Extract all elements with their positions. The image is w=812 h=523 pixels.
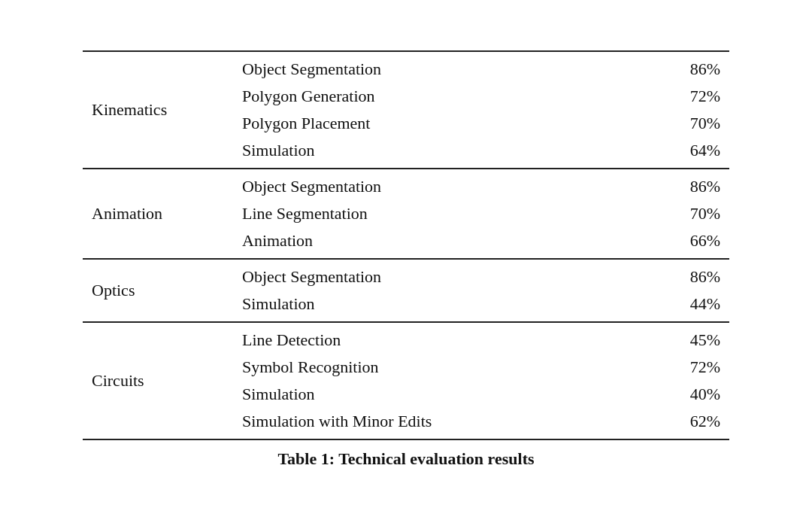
- task-cell: Animation: [233, 227, 609, 259]
- results-table: KinematicsObject Segmentation86%Polygon …: [83, 50, 729, 473]
- value-cell: 45%: [609, 322, 729, 354]
- task-cell: Polygon Placement: [233, 110, 609, 137]
- task-cell: Object Segmentation: [233, 51, 609, 83]
- value-cell: 40%: [609, 381, 729, 408]
- value-cell: 72%: [609, 354, 729, 381]
- task-cell: Simulation: [233, 381, 609, 408]
- task-cell: Line Segmentation: [233, 200, 609, 227]
- value-cell: 86%: [609, 169, 729, 200]
- category-cell: Circuits: [83, 322, 233, 439]
- value-cell: 72%: [609, 83, 729, 110]
- value-cell: 44%: [609, 290, 729, 322]
- task-cell: Object Segmentation: [233, 259, 609, 290]
- task-cell: Polygon Generation: [233, 83, 609, 110]
- category-cell: Animation: [83, 169, 233, 259]
- value-cell: 64%: [609, 137, 729, 169]
- table-caption: Table 1: Technical evaluation results: [83, 439, 729, 473]
- task-cell: Object Segmentation: [233, 169, 609, 200]
- table-container: KinematicsObject Segmentation86%Polygon …: [83, 50, 729, 473]
- value-cell: 86%: [609, 51, 729, 83]
- value-cell: 86%: [609, 259, 729, 290]
- value-cell: 62%: [609, 408, 729, 439]
- task-cell: Line Detection: [233, 322, 609, 354]
- value-cell: 70%: [609, 200, 729, 227]
- task-cell: Simulation: [233, 290, 609, 322]
- value-cell: 66%: [609, 227, 729, 259]
- category-cell: Optics: [83, 259, 233, 322]
- task-cell: Simulation with Minor Edits: [233, 408, 609, 439]
- task-cell: Symbol Recognition: [233, 354, 609, 381]
- task-cell: Simulation: [233, 137, 609, 169]
- value-cell: 70%: [609, 110, 729, 137]
- category-cell: Kinematics: [83, 51, 233, 169]
